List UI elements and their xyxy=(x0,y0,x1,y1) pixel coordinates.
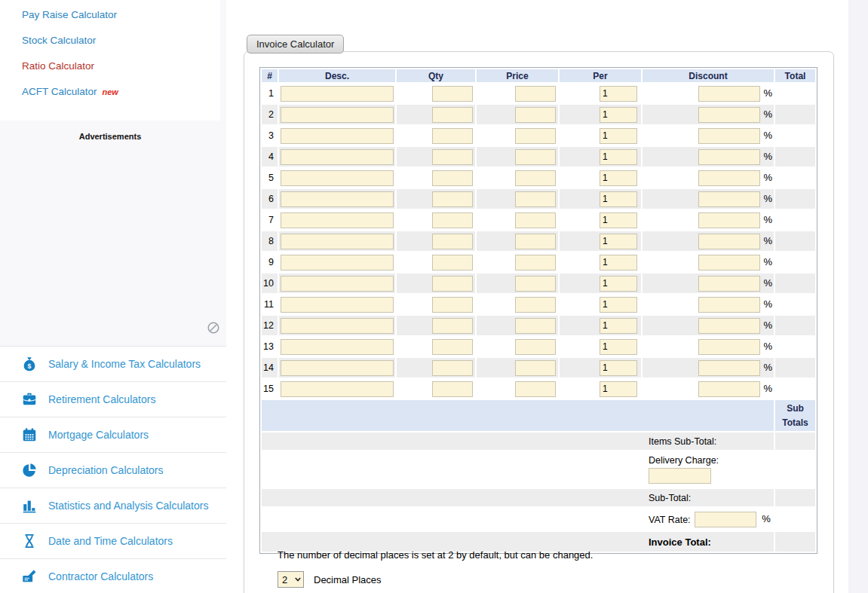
per-input-row-11[interactable] xyxy=(600,297,637,313)
discount-input-row-6[interactable] xyxy=(698,191,760,207)
sidebar-item-date-and-time-calculators[interactable]: Date and Time Calculators xyxy=(0,523,226,558)
price-input-row-8[interactable] xyxy=(515,234,556,249)
desc-input-row-14[interactable] xyxy=(281,360,394,376)
desc-input-row-11[interactable] xyxy=(281,297,394,313)
desc-input-row-5[interactable] xyxy=(281,170,394,186)
desc-input-row-15[interactable] xyxy=(281,381,394,397)
per-input-row-8[interactable] xyxy=(600,234,637,249)
tab-invoice-calculator[interactable]: Invoice Calculator xyxy=(247,35,344,53)
per-input-row-3[interactable] xyxy=(600,128,637,144)
discount-input-row-11[interactable] xyxy=(698,297,760,313)
price-input-row-12[interactable] xyxy=(515,318,556,334)
price-input-row-14[interactable] xyxy=(515,360,556,376)
price-input-row-1[interactable] xyxy=(515,86,556,102)
price-input-row-5[interactable] xyxy=(515,170,556,186)
vat-rate-input[interactable] xyxy=(695,512,756,527)
discount-input-row-1[interactable] xyxy=(698,86,760,102)
discount-input-row-15[interactable] xyxy=(698,381,760,397)
price-input-row-3[interactable] xyxy=(515,128,556,144)
desc-input-row-1[interactable] xyxy=(281,86,394,102)
qty-input-row-2[interactable] xyxy=(432,107,473,123)
per-input-row-6[interactable] xyxy=(600,191,637,207)
qty-input-row-1[interactable] xyxy=(432,86,473,102)
price-input-row-9[interactable] xyxy=(515,255,556,271)
sidebar-item-salary-income-tax-calculators[interactable]: $Salary & Income Tax Calculators xyxy=(0,346,226,381)
percent-suffix: % xyxy=(759,513,771,524)
row-number: 4 xyxy=(262,147,278,167)
per-input-row-10[interactable] xyxy=(600,276,637,292)
discount-input-row-14[interactable] xyxy=(698,360,760,376)
qty-input-row-10[interactable] xyxy=(432,276,473,292)
per-input-row-7[interactable] xyxy=(600,212,637,228)
price-input-row-13[interactable] xyxy=(515,339,556,355)
per-input-row-12[interactable] xyxy=(600,318,637,334)
per-input-row-1[interactable] xyxy=(600,86,637,102)
discount-input-row-7[interactable] xyxy=(698,212,760,228)
sidebar-link-pay-raise-calculator[interactable]: Pay Raise Calculator xyxy=(0,2,220,27)
sidebar-item-label: Mortgage Calculators xyxy=(48,429,149,441)
row-number: 3 xyxy=(262,126,278,145)
qty-input-row-5[interactable] xyxy=(432,170,473,186)
price-input-row-4[interactable] xyxy=(515,149,556,165)
sidebar-item-depreciation-calculators[interactable]: Depreciation Calculators xyxy=(0,452,226,488)
per-input-row-15[interactable] xyxy=(600,381,637,397)
price-input-row-6[interactable] xyxy=(515,191,556,207)
discount-input-row-8[interactable] xyxy=(698,234,760,249)
row-number: 5 xyxy=(262,168,278,188)
sidebar-link-acft-calculator[interactable]: ACFT Calculatornew xyxy=(0,78,220,104)
desc-input-row-7[interactable] xyxy=(281,212,394,228)
per-input-row-2[interactable] xyxy=(600,107,637,123)
discount-input-row-5[interactable] xyxy=(698,170,760,186)
desc-input-row-6[interactable] xyxy=(281,191,394,207)
desc-input-row-2[interactable] xyxy=(281,107,394,123)
ad-blocked-icon[interactable] xyxy=(207,321,220,335)
discount-input-row-3[interactable] xyxy=(698,128,760,144)
desc-input-row-8[interactable] xyxy=(281,234,394,249)
price-input-row-10[interactable] xyxy=(515,276,556,292)
qty-input-row-12[interactable] xyxy=(432,318,473,334)
desc-input-row-9[interactable] xyxy=(281,255,394,271)
sidebar-link-ratio-calculator[interactable]: Ratio Calculator xyxy=(0,53,220,78)
qty-input-row-9[interactable] xyxy=(432,255,473,271)
invoice-row-1: 1% xyxy=(262,84,815,103)
sub-total-label: Sub-Total: xyxy=(649,493,691,503)
desc-input-row-3[interactable] xyxy=(281,128,394,144)
per-input-row-9[interactable] xyxy=(600,255,637,271)
delivery-charge-input[interactable] xyxy=(649,468,711,484)
sidebar-item-statistics-and-analysis-calculators[interactable]: Statistics and Analysis Calculators xyxy=(0,488,226,523)
sidebar-category-list: $Salary & Income Tax CalculatorsRetireme… xyxy=(0,346,226,593)
qty-input-row-7[interactable] xyxy=(432,212,473,228)
per-input-row-13[interactable] xyxy=(600,339,637,355)
qty-input-row-15[interactable] xyxy=(432,381,473,397)
sidebar-item-mortgage-calculators[interactable]: Mortgage Calculators xyxy=(0,417,226,452)
discount-input-row-9[interactable] xyxy=(698,255,760,271)
desc-input-row-12[interactable] xyxy=(281,318,394,334)
per-input-row-5[interactable] xyxy=(600,170,637,186)
discount-input-row-13[interactable] xyxy=(698,339,760,355)
sidebar-link-stock-calculator[interactable]: Stock Calculator xyxy=(0,27,220,53)
discount-input-row-4[interactable] xyxy=(698,149,760,165)
price-input-row-15[interactable] xyxy=(515,381,556,397)
discount-input-row-12[interactable] xyxy=(698,318,760,334)
decimal-places-select[interactable]: 2 xyxy=(278,571,304,588)
per-input-row-4[interactable] xyxy=(600,149,637,165)
discount-input-row-10[interactable] xyxy=(698,276,760,292)
qty-input-row-13[interactable] xyxy=(432,339,473,355)
qty-input-row-11[interactable] xyxy=(432,297,473,313)
desc-input-row-13[interactable] xyxy=(281,339,394,355)
qty-input-row-6[interactable] xyxy=(432,191,473,207)
price-input-row-2[interactable] xyxy=(515,107,556,123)
per-input-row-14[interactable] xyxy=(600,360,637,376)
discount-input-row-2[interactable] xyxy=(698,107,760,123)
qty-input-row-14[interactable] xyxy=(432,360,473,376)
qty-input-row-4[interactable] xyxy=(432,149,473,165)
qty-input-row-8[interactable] xyxy=(432,234,473,249)
price-input-row-11[interactable] xyxy=(515,297,556,313)
sidebar-item-contractor-calculators[interactable]: Contractor Calculators xyxy=(0,558,226,593)
price-input-row-7[interactable] xyxy=(515,212,556,228)
qty-input-row-3[interactable] xyxy=(432,128,473,144)
desc-input-row-10[interactable] xyxy=(281,276,394,292)
invoice-row-10: 10% xyxy=(262,274,815,293)
desc-input-row-4[interactable] xyxy=(281,149,394,165)
sidebar-item-retirement-calculators[interactable]: Retirement Calculators xyxy=(0,381,226,417)
